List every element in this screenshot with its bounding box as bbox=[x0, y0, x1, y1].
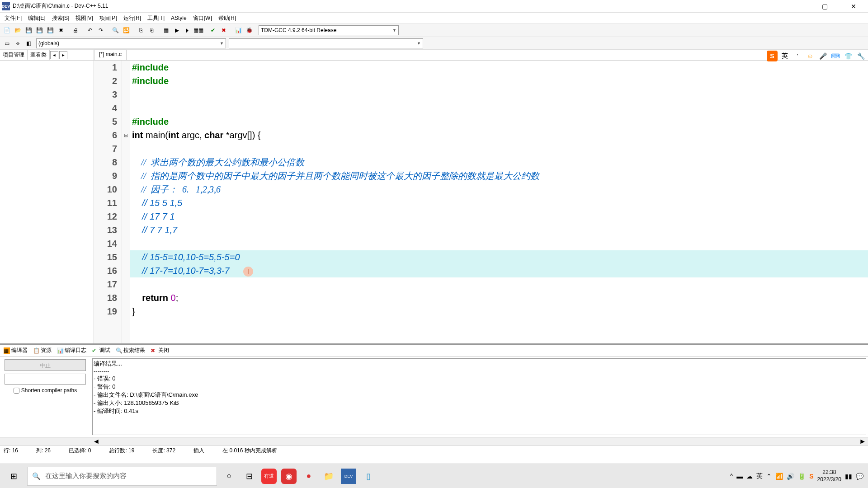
app-youdao-icon[interactable]: 有道 bbox=[261, 469, 277, 484]
main-toolbar: 📄 📂 💾 💾 💾 ✖ 🖨 ↶ ↷ 🔍 🔁 ⎘ ⎗ ▦ ▶ ⏵ ▦▦ ✔ ✖ 📊… bbox=[0, 23, 868, 37]
sogou-ime-icon[interactable]: S bbox=[767, 51, 778, 61]
tray-sogou-icon[interactable]: S bbox=[809, 473, 813, 480]
menu-window[interactable]: 窗口[W] bbox=[190, 14, 215, 23]
tray-bluetooth-icon[interactable]: ⌃ bbox=[766, 473, 772, 480]
minimize-button[interactable]: — bbox=[787, 3, 805, 10]
scope-select[interactable]: (globals) ▼ bbox=[36, 38, 226, 48]
maximize-button[interactable]: ▢ bbox=[816, 3, 834, 10]
tray-notification-icon[interactable]: 💬 bbox=[856, 473, 863, 480]
find-button[interactable]: 🔍 bbox=[110, 25, 120, 35]
menu-search[interactable]: 搜索[S] bbox=[49, 14, 72, 23]
save-all-button[interactable]: 💾 bbox=[34, 25, 44, 35]
editor-tab-mainc[interactable]: [*] main.c bbox=[94, 50, 127, 60]
taskview-icon[interactable]: ⊟ bbox=[241, 469, 257, 484]
insert-button[interactable]: ⎆ bbox=[13, 38, 23, 48]
ime-tool-icon[interactable]: 🔧 bbox=[855, 51, 866, 61]
menu-edit[interactable]: 编辑[E] bbox=[25, 14, 48, 23]
bottom-hscrollbar[interactable]: ◄► bbox=[0, 437, 868, 445]
tab-compiler[interactable]: ▦编译器 bbox=[2, 346, 29, 355]
tray-chevron-icon[interactable]: ^ bbox=[730, 473, 733, 480]
tray-battery-icon[interactable]: ▬ bbox=[736, 473, 743, 480]
menu-astyle[interactable]: AStyle bbox=[168, 14, 189, 22]
status-col: 列: 26 bbox=[36, 447, 51, 455]
app-record-icon[interactable]: ● bbox=[301, 469, 316, 484]
bookmark-button[interactable]: ⎗ bbox=[146, 25, 156, 35]
bottom-content: 中止 Shorten compiler paths 编译结果... ------… bbox=[0, 357, 868, 437]
tab-close[interactable]: ✖关闭 bbox=[149, 346, 171, 355]
menu-file[interactable]: 文件[F] bbox=[2, 14, 24, 23]
new-project-button[interactable]: ▭ bbox=[2, 38, 12, 48]
search-icon: 🔍 bbox=[116, 347, 122, 354]
clock-time: 22:38 bbox=[817, 469, 841, 476]
save-as-button[interactable]: 💾 bbox=[45, 25, 55, 35]
profile-button[interactable]: 📊 bbox=[233, 25, 243, 35]
close-button[interactable]: ✕ bbox=[844, 3, 863, 10]
taskbar-clock[interactable]: 22:38 2022/3/20 bbox=[817, 469, 841, 483]
nav-next-button[interactable]: ► bbox=[59, 51, 67, 59]
chevron-down-icon: ▼ bbox=[392, 28, 396, 33]
app-devcpp-icon[interactable]: DEV bbox=[341, 469, 356, 484]
tab-debug[interactable]: ✔调试 bbox=[90, 346, 112, 355]
status-total: 总行数: 19 bbox=[109, 447, 134, 455]
app-explorer-icon[interactable]: 📁 bbox=[321, 469, 336, 484]
compile-output[interactable]: 编译结果... -------- - 错误: 0 - 警告: 0 - 输出文件名… bbox=[92, 358, 866, 435]
save-button[interactable]: 💾 bbox=[24, 25, 33, 35]
toggle-button[interactable]: ◧ bbox=[24, 38, 33, 48]
profile2-button[interactable]: 🐞 bbox=[244, 25, 254, 35]
path-input[interactable] bbox=[5, 374, 86, 385]
debug-button[interactable]: ✔ bbox=[208, 25, 218, 35]
close-file-button[interactable]: ✖ bbox=[56, 25, 66, 35]
check-icon: ✔ bbox=[92, 347, 98, 354]
tab-resource[interactable]: 📋资源 bbox=[31, 346, 53, 355]
new-file-button[interactable]: 📄 bbox=[2, 25, 12, 35]
menu-view[interactable]: 视图[V] bbox=[73, 14, 96, 23]
undo-button[interactable]: ↶ bbox=[85, 25, 95, 35]
app-netease-icon[interactable]: ◉ bbox=[281, 469, 297, 484]
left-panel: 项目管理 查看类 ◄ ► bbox=[0, 50, 94, 343]
print-button[interactable]: 🖨 bbox=[71, 25, 80, 35]
tray-lang-icon[interactable]: 英 bbox=[756, 472, 763, 480]
redo-button[interactable]: ↷ bbox=[96, 25, 106, 35]
rebuild-button[interactable]: ▦▦ bbox=[193, 25, 203, 35]
function-select[interactable]: ▼ bbox=[229, 38, 423, 48]
tab-class-view[interactable]: 查看类 bbox=[28, 50, 50, 60]
ime-keyboard-icon[interactable]: ⌨ bbox=[830, 51, 841, 61]
abort-button[interactable]: 中止 bbox=[5, 359, 86, 371]
menu-help[interactable]: 帮助[H] bbox=[216, 14, 239, 23]
shorten-paths-checkbox[interactable]: Shorten compiler paths bbox=[14, 387, 77, 394]
compiler-select[interactable]: TDM-GCC 4.9.2 64-bit Release ▼ bbox=[259, 25, 399, 35]
replace-button[interactable]: 🔁 bbox=[121, 25, 131, 35]
menu-run[interactable]: 运行[R] bbox=[121, 14, 144, 23]
window-title: D:\桌面\C语言\C\main.c - Dev-C++ 5.11 bbox=[13, 2, 787, 10]
code-editor[interactable]: 12345678910111213141516171819 ⊟ #include… bbox=[94, 61, 868, 343]
cortana-icon[interactable]: ○ bbox=[222, 469, 237, 484]
status-mode: 插入 bbox=[193, 447, 204, 455]
taskbar-search[interactable]: 🔍 在这里输入你要搜索的内容 bbox=[27, 467, 217, 486]
menu-project[interactable]: 项目[P] bbox=[97, 14, 120, 23]
nav-prev-button[interactable]: ◄ bbox=[50, 51, 58, 59]
ime-lang-indicator[interactable]: 英 bbox=[779, 51, 790, 61]
tab-search-result[interactable]: 🔍搜索结果 bbox=[114, 346, 147, 355]
tray-onedrive-icon[interactable]: ☁ bbox=[746, 473, 753, 480]
compile-button[interactable]: ▦ bbox=[161, 25, 171, 35]
ime-voice-icon[interactable]: 🎤 bbox=[817, 51, 828, 61]
open-button[interactable]: 📂 bbox=[13, 25, 23, 35]
menu-tools[interactable]: 工具[T] bbox=[145, 14, 167, 23]
ime-punct-icon[interactable]: ' bbox=[792, 51, 803, 61]
tray-volume-icon[interactable]: 🔊 bbox=[787, 473, 794, 480]
goto-button[interactable]: ⎘ bbox=[136, 25, 146, 35]
stop-debug-button[interactable]: ✖ bbox=[219, 25, 229, 35]
tab-project-manager[interactable]: 项目管理 bbox=[0, 50, 28, 60]
app-window-icon[interactable]: ▯ bbox=[361, 469, 376, 484]
compile-run-button[interactable]: ⏵ bbox=[183, 25, 193, 35]
ime-skin-icon[interactable]: 👕 bbox=[843, 51, 854, 61]
run-button[interactable]: ▶ bbox=[172, 25, 182, 35]
tab-compile-log[interactable]: 📊编译日志 bbox=[55, 346, 88, 355]
tray-app1-icon[interactable]: ▮▮ bbox=[845, 473, 852, 480]
tray-wifi-icon[interactable]: 📶 bbox=[775, 473, 783, 480]
start-button[interactable]: ⊞ bbox=[0, 464, 27, 488]
status-sel: 已选择: 0 bbox=[69, 447, 91, 455]
code-content[interactable]: #include #include #includeint main(int a… bbox=[130, 61, 868, 343]
ime-emoji-icon[interactable]: ☺ bbox=[805, 51, 816, 61]
tray-power-icon[interactable]: 🔋 bbox=[798, 473, 806, 480]
